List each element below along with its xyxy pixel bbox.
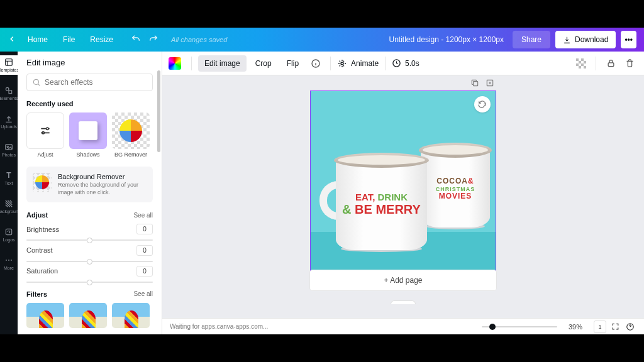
search-effects[interactable] — [26, 74, 153, 91]
download-button[interactable]: Download — [555, 31, 616, 48]
rail-logos[interactable]: Logos — [0, 225, 18, 244]
filter-thumb-2[interactable] — [69, 303, 107, 328]
add-page-button[interactable]: + Add page — [310, 270, 496, 290]
svg-rect-21 — [608, 63, 614, 67]
undo-button[interactable] — [127, 34, 145, 46]
filter-thumb-1[interactable] — [26, 303, 64, 328]
rail-templates[interactable]: Templates — [0, 55, 18, 75]
adjust-see-all[interactable]: See all — [133, 212, 153, 219]
svg-rect-17 — [576, 63, 579, 66]
more-button[interactable]: ••• — [621, 31, 636, 48]
contrast-slider[interactable] — [26, 257, 153, 261]
svg-rect-20 — [584, 66, 586, 69]
info-icon[interactable] — [308, 55, 324, 72]
transparency-icon[interactable] — [573, 55, 589, 72]
rail-uploads[interactable]: Uploads — [0, 112, 18, 131]
brightness-value[interactable]: 0 — [136, 224, 153, 234]
add-page-icon[interactable] — [485, 78, 495, 88]
contrast-value[interactable]: 0 — [136, 245, 153, 256]
svg-point-7 — [47, 128, 48, 129]
brightness-label: Brightness — [26, 226, 59, 233]
page-drawer-handle[interactable] — [391, 300, 416, 304]
panel-scrollbar[interactable] — [157, 70, 160, 152]
zoom-value[interactable]: 39% — [569, 323, 582, 331]
resize-menu[interactable]: Resize — [90, 35, 113, 44]
svg-point-6 — [33, 79, 38, 84]
search-input[interactable] — [45, 78, 147, 87]
canvas-area[interactable]: COCOA& CHRISTMAS MOVIES EAT, DRINK & BE … — [162, 75, 644, 318]
download-label: Download — [575, 35, 608, 44]
svg-rect-0 — [6, 59, 13, 66]
filter-thumb-3[interactable] — [112, 303, 150, 328]
status-text: Waiting for apps.canva-apps.com... — [170, 323, 268, 330]
trash-icon[interactable] — [621, 55, 638, 72]
recent-adjust[interactable]: Adjust — [26, 112, 64, 158]
svg-rect-22 — [474, 82, 478, 86]
file-menu[interactable]: File — [63, 35, 75, 44]
lock-icon[interactable] — [602, 55, 619, 72]
svg-rect-5 — [6, 229, 11, 234]
rail-more[interactable]: ⋯More — [0, 253, 18, 273]
svg-point-4 — [7, 146, 8, 147]
save-status: All changes saved — [171, 36, 227, 43]
canvas-image[interactable]: COCOA& CHRISTMAS MOVIES EAT, DRINK & BE … — [311, 91, 496, 276]
flip-button[interactable]: Flip — [280, 55, 305, 72]
saturation-label: Saturation — [26, 267, 58, 275]
saturation-slider[interactable] — [26, 278, 153, 282]
bottom-bar: Waiting for apps.canva-apps.com... 39% 1 — [162, 318, 644, 334]
bg-remover-promo[interactable]: Background Remover Remove the background… — [26, 167, 153, 202]
duration-button[interactable]: 5.0s — [392, 58, 419, 68]
svg-rect-13 — [576, 58, 579, 61]
svg-rect-18 — [581, 63, 584, 66]
side-panel: Edit image Recently used Adjust Shadows … — [18, 52, 162, 334]
rail-photos[interactable]: Photos — [0, 140, 18, 160]
recent-bg-remover[interactable]: BG Remover — [112, 112, 150, 158]
back-button[interactable] — [8, 35, 20, 45]
svg-rect-2 — [9, 90, 12, 94]
rail-background[interactable]: Background — [0, 197, 18, 216]
artboard[interactable]: COCOA& CHRISTMAS MOVIES EAT, DRINK & BE … — [310, 90, 496, 277]
edit-image-button[interactable]: Edit image — [198, 55, 247, 72]
svg-point-8 — [42, 132, 44, 134]
animate-icon — [337, 58, 347, 69]
promo-title: Background Remover — [58, 173, 147, 180]
filters-title: Filters — [26, 290, 47, 298]
share-button[interactable]: Share — [513, 31, 550, 48]
recent-shadows[interactable]: Shadows — [69, 112, 107, 158]
rail-text[interactable]: TText — [0, 168, 18, 188]
recently-used-title: Recently used — [26, 100, 153, 107]
top-bar: Home File Resize All changes saved Untit… — [0, 28, 644, 52]
promo-desc: Remove the background of your image with… — [58, 182, 147, 196]
saturation-value[interactable]: 0 — [136, 266, 153, 277]
help-icon[interactable] — [624, 321, 636, 333]
panel-title: Edit image — [26, 58, 153, 67]
contrast-label: Contrast — [26, 246, 53, 254]
duplicate-page-icon[interactable] — [470, 78, 480, 88]
redo-button[interactable] — [145, 34, 162, 46]
clock-icon — [392, 58, 401, 68]
svg-rect-15 — [579, 61, 581, 63]
svg-point-10 — [341, 62, 343, 65]
zoom-slider[interactable] — [482, 326, 557, 327]
svg-rect-16 — [584, 61, 586, 63]
filters-see-all[interactable]: See all — [133, 290, 153, 297]
search-icon — [32, 78, 41, 87]
animate-button[interactable]: Animate — [337, 58, 379, 69]
page-count-button[interactable]: 1 — [594, 321, 606, 333]
bg-remover-icon — [33, 173, 52, 192]
brightness-slider[interactable] — [26, 236, 153, 239]
adjust-title: Adjust — [26, 211, 48, 219]
document-name[interactable]: Untitled design - 1200px × 1200px — [389, 35, 504, 44]
svg-point-1 — [6, 87, 9, 90]
color-swatch[interactable] — [169, 57, 181, 70]
home-menu[interactable]: Home — [28, 35, 48, 44]
left-rail: Templates Elements Uploads Photos TText … — [0, 52, 18, 334]
rail-elements[interactable]: Elements — [0, 84, 18, 103]
svg-rect-19 — [579, 66, 581, 69]
context-toolbar: Edit image Crop Flip Animate 5.0s — [162, 52, 644, 75]
fullscreen-icon[interactable] — [609, 321, 621, 333]
crop-button[interactable]: Crop — [249, 55, 278, 72]
svg-rect-14 — [581, 58, 584, 61]
